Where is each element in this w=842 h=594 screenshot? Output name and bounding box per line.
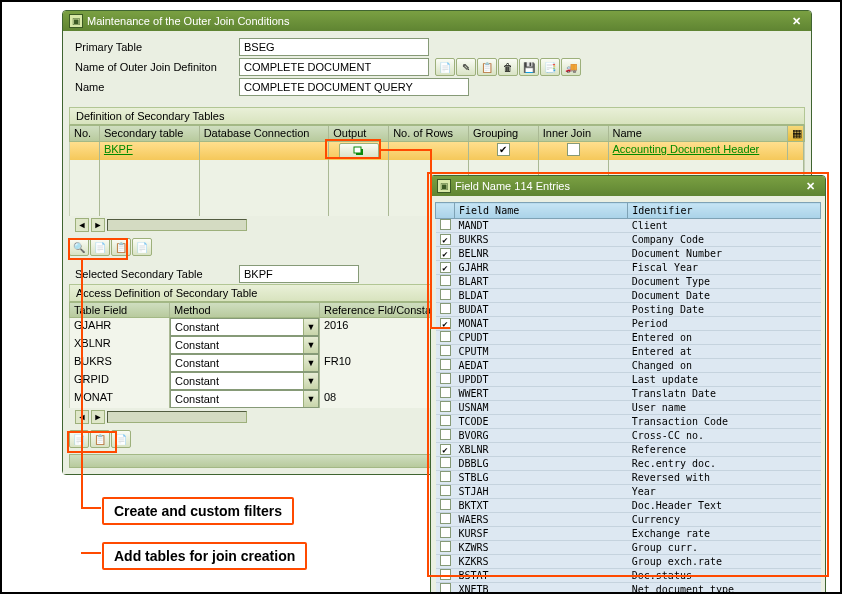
delete-row-icon[interactable]: 📄 — [132, 238, 152, 256]
field-checkbox[interactable] — [440, 289, 451, 300]
field-checkbox[interactable]: ✔ — [440, 234, 451, 245]
grouping-checkbox[interactable]: ✔ — [497, 143, 510, 156]
chevron-down-icon[interactable]: ▼ — [303, 355, 318, 371]
field-row[interactable]: BVORGCross-CC no. — [436, 429, 821, 443]
col-check[interactable] — [436, 203, 455, 219]
field-row[interactable]: CPUDTEntered on — [436, 331, 821, 345]
field-checkbox[interactable] — [440, 513, 451, 524]
field-row[interactable]: TCODETransaction Code — [436, 415, 821, 429]
config-col-icon[interactable]: ▦ — [788, 126, 804, 141]
close-icon[interactable]: ✕ — [802, 180, 819, 193]
field-checkbox[interactable] — [440, 275, 451, 286]
field-row[interactable]: ✔XBLNRReference — [436, 443, 821, 457]
col-identifier[interactable]: Identifier — [628, 203, 821, 219]
field-checkbox[interactable] — [440, 219, 451, 230]
field-row[interactable]: UPDDTLast update — [436, 373, 821, 387]
field-row[interactable]: STJAHYear — [436, 485, 821, 499]
col-grouping[interactable]: Grouping — [469, 126, 539, 141]
field-row[interactable]: KZWRSGroup curr. — [436, 541, 821, 555]
field-checkbox[interactable] — [440, 457, 451, 468]
delete-icon[interactable]: 🗑 — [498, 58, 518, 76]
field-row[interactable]: DBBLGRec.entry doc. — [436, 457, 821, 471]
field-checkbox[interactable] — [440, 527, 451, 538]
field-row[interactable]: WWERTTranslatn Date — [436, 387, 821, 401]
field-checkbox[interactable] — [440, 541, 451, 552]
field-checkbox[interactable]: ✔ — [440, 444, 451, 455]
scroll-right-icon[interactable]: ► — [91, 410, 105, 424]
field-checkbox[interactable] — [440, 387, 451, 398]
field-checkbox[interactable] — [440, 555, 451, 566]
innerjoin-checkbox[interactable] — [567, 143, 580, 156]
field-row[interactable]: USNAMUser name — [436, 401, 821, 415]
field-row[interactable]: STBLGReversed with — [436, 471, 821, 485]
col-db[interactable]: Database Connection — [200, 126, 330, 141]
transport-icon[interactable]: 🚚 — [561, 58, 581, 76]
field-row[interactable]: ✔BUKRSCompany Code — [436, 233, 821, 247]
field-checkbox[interactable] — [440, 569, 451, 580]
method-combo[interactable]: Constant▼ — [170, 336, 319, 354]
secondary-name-link[interactable]: Accounting Document Header — [609, 142, 788, 160]
col-innerjoin[interactable]: Inner Join — [539, 126, 609, 141]
field-checkbox[interactable] — [440, 401, 451, 412]
secondary-row-selected[interactable]: BKPF ✔ Accounting Document Header — [69, 142, 805, 160]
field-row[interactable]: MANDTClient — [436, 219, 821, 233]
chevron-down-icon[interactable]: ▼ — [303, 337, 318, 353]
save-icon[interactable]: 💾 — [519, 58, 539, 76]
field-row[interactable]: ✔BELNRDocument Number — [436, 247, 821, 261]
field-checkbox[interactable] — [440, 303, 451, 314]
field-checkbox[interactable] — [440, 485, 451, 496]
field-checkbox[interactable]: ✔ — [440, 262, 451, 273]
field-checkbox[interactable] — [440, 429, 451, 440]
copy-icon[interactable]: 📑 — [540, 58, 560, 76]
col-tablefield[interactable]: Table Field — [70, 303, 170, 317]
scroll-track[interactable] — [107, 219, 247, 231]
method-combo[interactable]: Constant▼ — [170, 372, 319, 390]
list-icon[interactable]: 📋 — [477, 58, 497, 76]
field-checkbox[interactable] — [440, 373, 451, 384]
scroll-right-icon[interactable]: ► — [91, 218, 105, 232]
field-row[interactable]: BUDATPosting Date — [436, 303, 821, 317]
field-row[interactable]: ✔MONATPeriod — [436, 317, 821, 331]
col-table[interactable]: Secondary table — [100, 126, 200, 141]
col-no[interactable]: No. — [70, 126, 100, 141]
field-row[interactable]: ✔GJAHRFiscal Year — [436, 261, 821, 275]
field-checkbox[interactable] — [440, 345, 451, 356]
name-field[interactable] — [239, 78, 469, 96]
field-row[interactable]: WAERSCurrency — [436, 513, 821, 527]
chevron-down-icon[interactable]: ▼ — [303, 319, 318, 335]
scroll-track[interactable] — [107, 411, 247, 423]
field-checkbox[interactable]: ✔ — [440, 248, 451, 259]
field-row[interactable]: BSTATDoc.status — [436, 569, 821, 583]
edit-icon[interactable]: ✎ — [456, 58, 476, 76]
field-row[interactable]: KURSFExchange rate — [436, 527, 821, 541]
field-checkbox[interactable] — [440, 583, 451, 594]
chevron-down-icon[interactable]: ▼ — [303, 373, 318, 389]
method-combo[interactable]: Constant▼ — [170, 354, 319, 372]
field-checkbox[interactable] — [440, 331, 451, 342]
primary-table-field[interactable] — [239, 38, 429, 56]
col-name[interactable]: Name — [609, 126, 788, 141]
close-icon[interactable]: ✕ — [788, 15, 805, 28]
field-row[interactable]: BLARTDocument Type — [436, 275, 821, 289]
field-row[interactable]: KZKRSGroup exch.rate — [436, 555, 821, 569]
field-row[interactable]: XNETBNet document type — [436, 583, 821, 595]
method-combo[interactable]: Constant▼ — [170, 390, 319, 408]
scroll-left-icon[interactable]: ◄ — [75, 218, 89, 232]
secondary-table-link[interactable]: BKPF — [100, 142, 200, 160]
field-checkbox[interactable] — [440, 471, 451, 482]
field-checkbox[interactable] — [440, 359, 451, 370]
method-combo[interactable]: Constant▼ — [170, 318, 319, 336]
selected-sec-field[interactable] — [239, 265, 359, 283]
field-checkbox[interactable] — [440, 499, 451, 510]
col-rows[interactable]: No. of Rows — [389, 126, 469, 141]
field-row[interactable]: BKTXTDoc.Header Text — [436, 499, 821, 513]
field-checkbox[interactable] — [440, 415, 451, 426]
new-icon[interactable]: 📄 — [435, 58, 455, 76]
field-row[interactable]: BLDATDocument Date — [436, 289, 821, 303]
field-row[interactable]: AEDATChanged on — [436, 359, 821, 373]
def-name-field[interactable] — [239, 58, 429, 76]
chevron-down-icon[interactable]: ▼ — [303, 391, 318, 407]
col-fieldname[interactable]: Field Name — [455, 203, 628, 219]
field-row[interactable]: CPUTMEntered at — [436, 345, 821, 359]
col-method[interactable]: Method — [170, 303, 320, 317]
